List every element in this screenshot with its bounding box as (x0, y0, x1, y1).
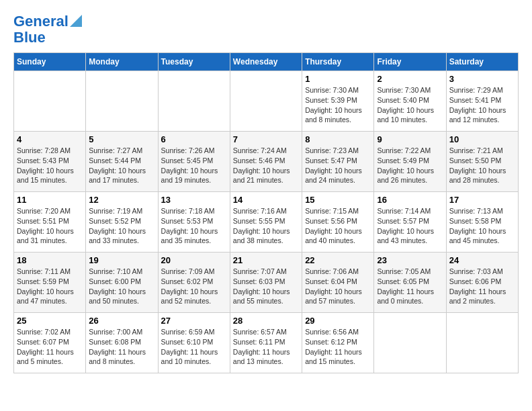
calendar-cell: 24Sunrise: 7:03 AM Sunset: 6:06 PM Dayli… (446, 253, 518, 313)
day-number: 2 (377, 74, 443, 84)
day-number: 14 (233, 195, 299, 205)
day-info: Sunrise: 7:19 AM Sunset: 5:52 PM Dayligh… (89, 206, 154, 246)
calendar-week-3: 11Sunrise: 7:20 AM Sunset: 5:51 PM Dayli… (14, 192, 519, 253)
day-number: 12 (89, 195, 154, 205)
calendar-cell (374, 313, 446, 373)
calendar-cell: 17Sunrise: 7:13 AM Sunset: 5:58 PM Dayli… (446, 192, 518, 253)
day-info: Sunrise: 7:03 AM Sunset: 6:06 PM Dayligh… (449, 267, 515, 306)
calendar-cell: 16Sunrise: 7:14 AM Sunset: 5:57 PM Dayli… (374, 192, 446, 253)
calendar-cell: 7Sunrise: 7:24 AM Sunset: 5:46 PM Daylig… (230, 132, 302, 192)
calendar-week-5: 25Sunrise: 7:02 AM Sunset: 6:07 PM Dayli… (14, 313, 519, 373)
calendar-cell (86, 71, 158, 132)
day-info: Sunrise: 7:23 AM Sunset: 5:47 PM Dayligh… (305, 146, 371, 185)
day-number: 20 (161, 255, 227, 265)
day-number: 11 (17, 195, 83, 205)
day-info: Sunrise: 7:28 AM Sunset: 5:43 PM Dayligh… (17, 146, 83, 185)
calendar-week-2: 4Sunrise: 7:28 AM Sunset: 5:43 PM Daylig… (14, 132, 519, 192)
calendar-cell: 6Sunrise: 7:26 AM Sunset: 5:45 PM Daylig… (158, 132, 230, 192)
calendar-week-1: 1Sunrise: 7:30 AM Sunset: 5:39 PM Daylig… (14, 71, 519, 132)
calendar-cell (230, 71, 302, 132)
day-number: 16 (377, 195, 443, 205)
calendar-cell (14, 71, 86, 132)
day-number: 9 (377, 134, 443, 144)
day-info: Sunrise: 7:10 AM Sunset: 6:00 PM Dayligh… (89, 267, 154, 306)
day-info: Sunrise: 7:13 AM Sunset: 5:58 PM Dayligh… (449, 206, 515, 246)
logo: General Blue (13, 13, 82, 46)
day-info: Sunrise: 7:09 AM Sunset: 6:02 PM Dayligh… (161, 267, 227, 306)
calendar-cell: 8Sunrise: 7:23 AM Sunset: 5:47 PM Daylig… (302, 132, 374, 192)
day-number: 6 (161, 134, 227, 144)
col-header-tuesday: Tuesday (158, 53, 230, 71)
day-info: Sunrise: 7:21 AM Sunset: 5:50 PM Dayligh… (449, 146, 515, 185)
calendar-cell: 21Sunrise: 7:07 AM Sunset: 6:03 PM Dayli… (230, 253, 302, 313)
calendar-cell: 22Sunrise: 7:06 AM Sunset: 6:04 PM Dayli… (302, 253, 374, 313)
day-info: Sunrise: 7:05 AM Sunset: 6:05 PM Dayligh… (377, 267, 443, 306)
calendar-cell: 12Sunrise: 7:19 AM Sunset: 5:52 PM Dayli… (86, 192, 158, 253)
day-number: 22 (305, 255, 371, 265)
day-info: Sunrise: 7:22 AM Sunset: 5:49 PM Dayligh… (377, 146, 443, 185)
day-info: Sunrise: 7:26 AM Sunset: 5:45 PM Dayligh… (161, 146, 227, 185)
calendar-cell: 3Sunrise: 7:29 AM Sunset: 5:41 PM Daylig… (446, 71, 518, 132)
day-number: 26 (89, 316, 154, 326)
day-info: Sunrise: 7:24 AM Sunset: 5:46 PM Dayligh… (233, 146, 299, 185)
day-number: 8 (305, 134, 371, 144)
day-number: 3 (449, 74, 515, 84)
col-header-wednesday: Wednesday (230, 53, 302, 71)
day-info: Sunrise: 7:14 AM Sunset: 5:57 PM Dayligh… (377, 206, 443, 246)
col-header-saturday: Saturday (446, 53, 518, 71)
calendar-cell: 13Sunrise: 7:18 AM Sunset: 5:53 PM Dayli… (158, 192, 230, 253)
day-number: 27 (161, 316, 227, 326)
calendar-cell: 26Sunrise: 7:00 AM Sunset: 6:08 PM Dayli… (86, 313, 158, 373)
day-info: Sunrise: 6:59 AM Sunset: 6:10 PM Dayligh… (161, 327, 227, 367)
day-number: 21 (233, 255, 299, 265)
day-number: 28 (233, 316, 299, 326)
calendar-cell: 27Sunrise: 6:59 AM Sunset: 6:10 PM Dayli… (158, 313, 230, 373)
day-number: 15 (305, 195, 371, 205)
day-info: Sunrise: 6:57 AM Sunset: 6:11 PM Dayligh… (233, 327, 299, 367)
calendar-cell: 9Sunrise: 7:22 AM Sunset: 5:49 PM Daylig… (374, 132, 446, 192)
day-number: 18 (17, 255, 83, 265)
day-number: 5 (89, 134, 154, 144)
logo-bird-icon (70, 15, 82, 27)
calendar-cell: 25Sunrise: 7:02 AM Sunset: 6:07 PM Dayli… (14, 313, 86, 373)
day-number: 4 (17, 134, 83, 144)
calendar-week-4: 18Sunrise: 7:11 AM Sunset: 5:59 PM Dayli… (14, 253, 519, 313)
day-number: 25 (17, 316, 83, 326)
svg-marker-0 (70, 15, 82, 27)
day-info: Sunrise: 7:30 AM Sunset: 5:39 PM Dayligh… (305, 85, 371, 125)
col-header-monday: Monday (86, 53, 158, 71)
day-info: Sunrise: 6:56 AM Sunset: 6:12 PM Dayligh… (305, 327, 371, 367)
day-info: Sunrise: 7:00 AM Sunset: 6:08 PM Dayligh… (89, 327, 154, 367)
day-number: 23 (377, 255, 443, 265)
calendar-cell: 10Sunrise: 7:21 AM Sunset: 5:50 PM Dayli… (446, 132, 518, 192)
calendar-cell: 28Sunrise: 6:57 AM Sunset: 6:11 PM Dayli… (230, 313, 302, 373)
day-number: 17 (449, 195, 515, 205)
calendar-header-row: SundayMondayTuesdayWednesdayThursdayFrid… (14, 53, 519, 71)
calendar-cell: 4Sunrise: 7:28 AM Sunset: 5:43 PM Daylig… (14, 132, 86, 192)
calendar-cell: 5Sunrise: 7:27 AM Sunset: 5:44 PM Daylig… (86, 132, 158, 192)
calendar-cell: 2Sunrise: 7:30 AM Sunset: 5:40 PM Daylig… (374, 71, 446, 132)
col-header-sunday: Sunday (14, 53, 86, 71)
calendar-cell: 23Sunrise: 7:05 AM Sunset: 6:05 PM Dayli… (374, 253, 446, 313)
day-number: 24 (449, 255, 515, 265)
day-number: 10 (449, 134, 515, 144)
col-header-friday: Friday (374, 53, 446, 71)
day-info: Sunrise: 7:06 AM Sunset: 6:04 PM Dayligh… (305, 267, 371, 306)
logo-text-general: General (13, 13, 69, 30)
page-header: General Blue (13, 13, 519, 46)
calendar-cell: 11Sunrise: 7:20 AM Sunset: 5:51 PM Dayli… (14, 192, 86, 253)
day-info: Sunrise: 7:07 AM Sunset: 6:03 PM Dayligh… (233, 267, 299, 306)
col-header-thursday: Thursday (302, 53, 374, 71)
day-number: 1 (305, 74, 371, 84)
calendar-cell (158, 71, 230, 132)
day-info: Sunrise: 7:16 AM Sunset: 5:55 PM Dayligh… (233, 206, 299, 246)
day-info: Sunrise: 7:29 AM Sunset: 5:41 PM Dayligh… (449, 85, 515, 125)
day-info: Sunrise: 7:15 AM Sunset: 5:56 PM Dayligh… (305, 206, 371, 246)
calendar-cell: 1Sunrise: 7:30 AM Sunset: 5:39 PM Daylig… (302, 71, 374, 132)
day-info: Sunrise: 7:27 AM Sunset: 5:44 PM Dayligh… (89, 146, 154, 185)
calendar-cell (446, 313, 518, 373)
calendar-cell: 19Sunrise: 7:10 AM Sunset: 6:00 PM Dayli… (86, 253, 158, 313)
calendar-cell: 15Sunrise: 7:15 AM Sunset: 5:56 PM Dayli… (302, 192, 374, 253)
calendar-cell: 29Sunrise: 6:56 AM Sunset: 6:12 PM Dayli… (302, 313, 374, 373)
calendar-table: SundayMondayTuesdayWednesdayThursdayFrid… (13, 52, 519, 373)
